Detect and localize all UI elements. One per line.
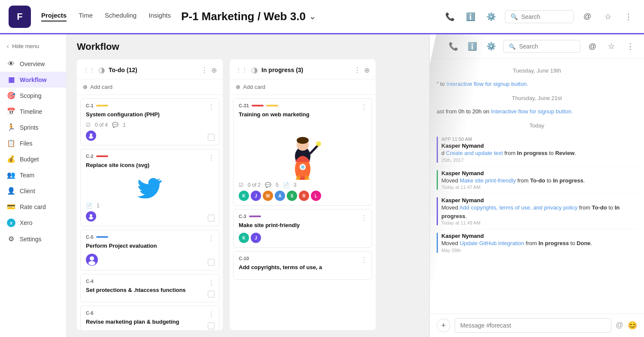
avatar-group-c3: K J xyxy=(239,233,367,243)
sidebar: ‹ Hide menu 👁 Overview ▦ Workflow 🎯 Scop… xyxy=(0,34,67,337)
todo-add-card-btn[interactable]: ⊕ Add card xyxy=(77,79,223,95)
inprogress-add-icon[interactable]: ⊕ xyxy=(364,66,370,74)
svg-line-10 xyxy=(310,146,318,153)
card-more-c3[interactable]: ⋮ xyxy=(361,214,368,222)
checkbox-c5[interactable] xyxy=(208,259,215,266)
top-nav: F Projects Time Scheduling Insights P-1 … xyxy=(0,0,644,34)
info-icon[interactable]: ℹ️ xyxy=(464,10,477,24)
checkbox-c4[interactable] xyxy=(208,291,215,298)
rp-more-icon[interactable]: ⋮ xyxy=(623,39,637,53)
todo-col-actions: ⋮ ⊕ xyxy=(201,66,217,74)
inprogress-add-card-btn[interactable]: ⊕ Add card xyxy=(230,79,376,95)
search-input[interactable] xyxy=(521,13,568,20)
nav-projects[interactable]: Projects xyxy=(41,12,67,21)
sidebar-item-ratecard[interactable]: 💳 Rate card xyxy=(0,199,66,215)
tag-yellow-c31 xyxy=(266,105,278,106)
sidebar-item-xero[interactable]: x Xero xyxy=(0,215,66,231)
bar-blue-4 xyxy=(437,233,438,253)
at-icon[interactable]: @ xyxy=(580,10,594,24)
svg-point-1 xyxy=(89,136,93,139)
card-more-c10[interactable]: ⋮ xyxy=(361,256,368,264)
av-2: J xyxy=(251,191,261,201)
client-icon: 👤 xyxy=(7,187,15,195)
rp-search-input[interactable] xyxy=(519,43,575,50)
search-box[interactable]: 🔍 xyxy=(505,10,574,23)
av-7: L xyxy=(311,191,321,201)
link-print-friendly[interactable]: Make site print-friendly xyxy=(460,177,516,184)
col-header-inprogress: ⋮⋮ ◑ In progress (3) ⋮ ⊕ xyxy=(230,59,376,79)
card-title-c5: Perform Project evaluation xyxy=(86,242,214,250)
tag-purple-c3 xyxy=(249,216,261,217)
svg-point-14 xyxy=(301,165,304,169)
card-meta-c2: 📄 1 xyxy=(86,203,214,209)
sidebar-item-team[interactable]: 👥 Team xyxy=(0,167,66,183)
nav-insights[interactable]: Insights xyxy=(149,12,171,21)
av-c3-1: K xyxy=(239,233,249,243)
av-3: M xyxy=(263,191,273,201)
rp-gear-icon[interactable]: ⚙️ xyxy=(484,39,498,53)
chat-icons: @ 😊 xyxy=(616,321,637,330)
rp-search-box[interactable]: 🔍 xyxy=(503,40,580,53)
card-more-c31[interactable]: ⋮ xyxy=(361,103,368,111)
todo-more-icon[interactable]: ⋮ xyxy=(201,66,208,74)
rp-star-icon[interactable]: ☆ xyxy=(605,39,618,53)
checkbox-c6[interactable] xyxy=(208,322,215,329)
card-more-c2[interactable]: ⋮ xyxy=(208,154,215,162)
sidebar-item-overview[interactable]: 👁 Overview xyxy=(0,56,66,72)
link-github[interactable]: Update GitHub integration xyxy=(460,240,524,246)
sidebar-item-files[interactable]: 📋 Files xyxy=(0,135,66,151)
svg-point-2 xyxy=(90,214,92,217)
card-c6: C-6 ⋮ Revise marketing plan & budgeting xyxy=(80,306,219,330)
card-more-c5[interactable]: ⋮ xyxy=(208,234,215,243)
more-icon[interactable]: ⋮ xyxy=(622,10,635,24)
avatar-c1 xyxy=(86,131,96,141)
drag-handle-inprogress[interactable]: ⋮⋮ xyxy=(236,67,248,73)
link-interactive-flow-1[interactable]: Interactive flow for signup button. xyxy=(447,81,529,87)
kanban-board: ⋮⋮ ◑ To-do (12) ⋮ ⊕ ⊕ Add card xyxy=(67,59,429,337)
rp-info-icon[interactable]: ℹ️ xyxy=(465,39,479,53)
settings-icon[interactable]: ⚙️ xyxy=(484,10,498,24)
tag-red-c2 xyxy=(96,155,108,157)
chat-message-input[interactable] xyxy=(455,318,611,333)
emoji-chat-icon[interactable]: 😊 xyxy=(628,321,637,330)
overview-icon: 👁 xyxy=(7,60,15,68)
link-create-update[interactable]: Create and update text xyxy=(446,150,503,156)
project-dropdown-arrow[interactable]: ⌄ xyxy=(309,12,316,21)
phone-icon[interactable]: 📞 xyxy=(443,10,457,24)
sidebar-item-budget[interactable]: 💰 Budget xyxy=(0,151,66,167)
app-logo[interactable]: F xyxy=(9,6,31,28)
card-more-c4[interactable]: ⋮ xyxy=(208,279,215,287)
link-add-copyrights[interactable]: Add copyrights, terms of use, and privac… xyxy=(459,204,577,211)
card-more-c1[interactable]: ⋮ xyxy=(208,103,215,111)
sidebar-item-scoping[interactable]: 🎯 Scoping xyxy=(0,88,66,103)
sidebar-item-settings[interactable]: ⚙ Settings xyxy=(0,231,66,247)
sidebar-item-client[interactable]: 👤 Client xyxy=(0,183,66,199)
sidebar-item-sprints[interactable]: 🏃 Sprints xyxy=(0,119,66,135)
star-icon[interactable]: ☆ xyxy=(601,10,615,24)
drag-handle-todo[interactable]: ⋮⋮ xyxy=(83,67,95,73)
card-more-c6[interactable]: ⋮ xyxy=(208,310,215,319)
checkbox-c1[interactable] xyxy=(208,134,215,141)
svg-point-5 xyxy=(90,256,94,261)
at-chat-icon[interactable]: @ xyxy=(616,321,623,330)
sidebar-item-workflow[interactable]: ▦ Workflow xyxy=(0,72,66,88)
card-title-c1: System configuration (PHP) xyxy=(86,111,214,118)
timestamp-2: Today at 11:47 AM xyxy=(441,185,585,190)
page-title: Workflow xyxy=(77,41,419,52)
search-icon: 🔍 xyxy=(510,13,518,20)
rp-phone-icon[interactable]: 📞 xyxy=(447,39,460,53)
checkbox-c2[interactable] xyxy=(208,215,215,222)
hide-menu-btn[interactable]: ‹ Hide menu xyxy=(0,39,66,53)
todo-add-icon[interactable]: ⊕ xyxy=(211,66,217,74)
svg-point-9 xyxy=(297,137,309,144)
chat-plus-btn[interactable]: + xyxy=(437,319,450,332)
av-c3-2: J xyxy=(251,233,261,243)
nav-scheduling[interactable]: Scheduling xyxy=(105,12,137,21)
rp-at-icon[interactable]: @ xyxy=(586,39,599,53)
inprogress-more-icon[interactable]: ⋮ xyxy=(354,66,361,74)
todo-cards: C-1 ⋮ System configuration (PHP) ☑ 0 of … xyxy=(77,95,223,330)
link-interactive-flow-2[interactable]: Interactive flow for signup button. xyxy=(491,108,573,115)
sidebar-item-timeline[interactable]: 📅 Timeline xyxy=(0,103,66,119)
nav-time[interactable]: Time xyxy=(79,12,93,21)
tag-red-c31 xyxy=(252,105,264,106)
